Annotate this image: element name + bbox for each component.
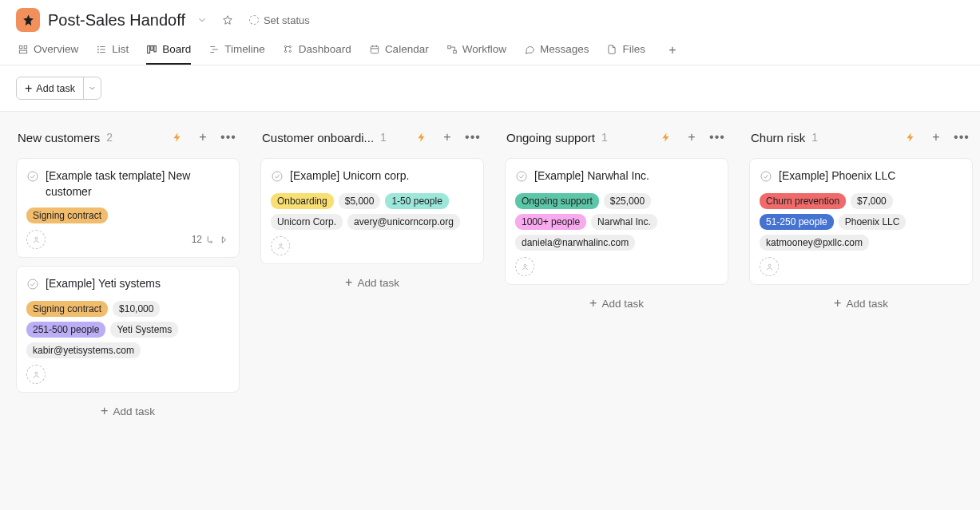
complete-task-button[interactable] bbox=[271, 170, 284, 185]
more-icon: ••• bbox=[220, 130, 236, 144]
column-cards: [Example] Narwhal Inc.Ongoing support$25… bbox=[505, 158, 728, 285]
tag[interactable]: 1000+ people bbox=[515, 214, 586, 230]
subtask-indicator[interactable]: 12 bbox=[192, 234, 229, 245]
tab-list[interactable]: List bbox=[96, 35, 129, 65]
tab-messages[interactable]: Messages bbox=[524, 35, 589, 65]
card-footer bbox=[26, 365, 229, 384]
card-title: [Example] Phoenix LLC bbox=[779, 168, 895, 184]
column-more-button[interactable]: ••• bbox=[219, 128, 238, 147]
set-status-button[interactable]: Set status bbox=[249, 14, 310, 26]
tag[interactable]: Churn prevention bbox=[760, 193, 846, 209]
tab-label: Calendar bbox=[385, 43, 429, 55]
column-add-task-button[interactable]: +Add task bbox=[749, 288, 973, 318]
tab-dashboard[interactable]: Dashboard bbox=[283, 35, 351, 65]
tag[interactable]: Ongoing support bbox=[515, 193, 599, 209]
tag[interactable]: avery@unicorncorp.org bbox=[347, 214, 460, 230]
assign-button[interactable] bbox=[26, 365, 46, 384]
chevron-right-icon bbox=[219, 235, 229, 245]
complete-task-button[interactable] bbox=[26, 170, 39, 185]
column-rules-button[interactable] bbox=[412, 128, 431, 147]
column-title[interactable]: New customers bbox=[18, 131, 100, 144]
column-add-task-button[interactable]: +Add task bbox=[505, 288, 728, 318]
task-card[interactable]: [Example] Unicorn corp.Onboarding$5,0001… bbox=[260, 158, 484, 264]
column-rules-button[interactable] bbox=[901, 128, 920, 147]
favorite-button[interactable] bbox=[219, 11, 236, 29]
column-more-button[interactable]: ••• bbox=[708, 128, 727, 147]
column-add-button[interactable]: + bbox=[193, 128, 212, 147]
plus-icon: + bbox=[199, 131, 206, 144]
svg-point-34 bbox=[272, 172, 282, 181]
column-title[interactable]: Customer onboardi... bbox=[262, 131, 374, 144]
tab-timeline[interactable]: Timeline bbox=[208, 35, 265, 65]
card-tags: Onboarding$5,0001-50 peopleUnicorn Corp.… bbox=[271, 193, 474, 230]
tab-label: Workflow bbox=[462, 43, 506, 55]
assign-button[interactable] bbox=[26, 230, 46, 249]
column-title[interactable]: Churn risk bbox=[751, 131, 805, 144]
column-rules-button[interactable] bbox=[168, 128, 187, 147]
tag[interactable]: katmooney@pxllc.com bbox=[760, 235, 869, 251]
tag[interactable]: $10,000 bbox=[113, 301, 160, 317]
bolt-icon bbox=[661, 132, 672, 143]
add-task-button[interactable]: + Add task bbox=[17, 77, 83, 99]
assign-button[interactable] bbox=[760, 257, 779, 276]
tag[interactable]: daniela@narwhalinc.com bbox=[515, 235, 635, 251]
column-cards: [Example] Phoenix LLCChurn prevention$7,… bbox=[749, 158, 973, 285]
task-card[interactable]: [Example task template] New customerSign… bbox=[16, 158, 240, 258]
list-icon bbox=[96, 44, 107, 55]
tab-label: Timeline bbox=[224, 43, 265, 55]
assign-button[interactable] bbox=[515, 257, 534, 276]
assign-button[interactable] bbox=[271, 236, 290, 255]
task-card[interactable]: [Example] Yeti systemsSigning contract$1… bbox=[16, 266, 240, 393]
tag[interactable]: 51-250 people bbox=[760, 214, 834, 230]
tag[interactable]: Unicorn Corp. bbox=[271, 214, 343, 230]
column-title[interactable]: Ongoing support bbox=[506, 131, 595, 144]
tag[interactable]: Phoenix LLC bbox=[839, 214, 907, 230]
tag[interactable]: Narwhal Inc. bbox=[591, 214, 657, 230]
project-icon[interactable] bbox=[16, 8, 40, 32]
tag[interactable]: Signing contract bbox=[26, 208, 108, 223]
tab-workflow[interactable]: Workflow bbox=[446, 35, 506, 65]
svg-point-19 bbox=[289, 50, 291, 52]
svg-point-35 bbox=[280, 243, 282, 246]
column-add-button[interactable]: + bbox=[926, 128, 946, 147]
column-add-task-button[interactable]: +Add task bbox=[260, 267, 484, 298]
column-more-button[interactable]: ••• bbox=[952, 128, 971, 147]
tab-overview[interactable]: Overview bbox=[18, 35, 78, 65]
more-icon: ••• bbox=[465, 130, 481, 144]
project-title[interactable]: Post-Sales Handoff bbox=[48, 11, 185, 30]
project-dropdown[interactable] bbox=[193, 11, 211, 29]
column-add-button[interactable]: + bbox=[438, 128, 457, 147]
plus-icon: + bbox=[589, 297, 597, 310]
card-footer bbox=[515, 257, 718, 276]
tag[interactable]: 251-500 people bbox=[26, 322, 105, 338]
tag[interactable]: Yeti Systems bbox=[110, 322, 178, 338]
card-tags: Churn prevention$7,00051-250 peoplePhoen… bbox=[760, 193, 962, 251]
task-card[interactable]: [Example] Phoenix LLCChurn prevention$7,… bbox=[749, 158, 973, 285]
complete-task-button[interactable] bbox=[760, 170, 772, 185]
column-more-button[interactable]: ••• bbox=[463, 128, 482, 147]
tab-board[interactable]: Board bbox=[146, 35, 191, 65]
column-count: 1 bbox=[811, 131, 818, 144]
card-footer bbox=[271, 236, 474, 255]
complete-task-button[interactable] bbox=[26, 278, 39, 293]
view-tabs: OverviewListBoardTimelineDashboardCalend… bbox=[0, 35, 980, 65]
add-task-dropdown[interactable] bbox=[83, 77, 101, 99]
task-card[interactable]: [Example] Narwhal Inc.Ongoing support$25… bbox=[505, 158, 728, 285]
column-header: New customers2+••• bbox=[16, 125, 240, 150]
tag[interactable]: $25,000 bbox=[604, 193, 651, 209]
tag[interactable]: $5,000 bbox=[339, 193, 381, 209]
tag[interactable]: kabir@yetisystems.com bbox=[26, 342, 141, 358]
tab-calendar[interactable]: Calendar bbox=[369, 35, 429, 65]
overview-icon bbox=[18, 44, 29, 55]
tag[interactable]: Onboarding bbox=[271, 193, 334, 209]
tag[interactable]: $7,000 bbox=[851, 193, 893, 209]
svg-rect-26 bbox=[453, 50, 456, 53]
column-rules-button[interactable] bbox=[657, 128, 676, 147]
column-add-button[interactable]: + bbox=[682, 128, 701, 147]
complete-task-button[interactable] bbox=[515, 170, 528, 185]
tag[interactable]: 1-50 people bbox=[385, 193, 448, 209]
column-add-task-button[interactable]: +Add task bbox=[16, 396, 240, 426]
add-tab-button[interactable]: + bbox=[663, 41, 682, 60]
tag[interactable]: Signing contract bbox=[26, 301, 108, 317]
tab-files[interactable]: Files bbox=[606, 35, 645, 65]
